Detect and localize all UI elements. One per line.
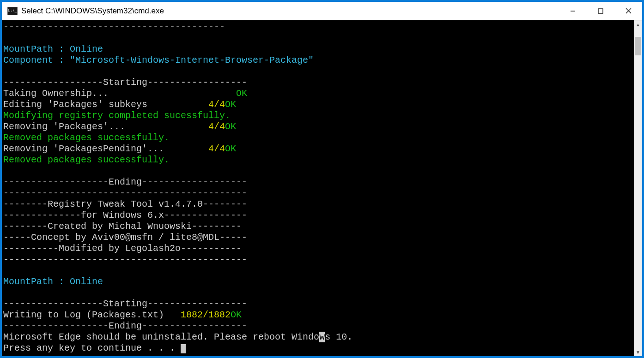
terminal-line [3, 66, 634, 77]
terminal-line: Taking Ownership... OK [3, 88, 634, 99]
terminal-line: Writing to Log (Packages.txt) 1882/1882O… [3, 310, 634, 321]
terminal-line [3, 33, 634, 44]
scroll-down-button[interactable]: ▼ [634, 348, 642, 356]
text-cursor [181, 344, 186, 353]
terminal-line: -----Concept by Aviv00@msfn / lite8@MDL-… [3, 232, 634, 243]
scroll-up-button[interactable]: ▲ [634, 20, 642, 29]
terminal-line: MountPath : Online [3, 276, 634, 287]
window-title: Select C:\WINDOWS\System32\cmd.exe [21, 6, 164, 16]
close-button[interactable] [614, 2, 642, 20]
terminal-line: MountPath : Online [3, 44, 634, 55]
terminal-line: ------------------Starting--------------… [3, 77, 634, 88]
terminal-line: Press any key to continue . . . [3, 343, 634, 354]
scroll-thumb[interactable] [635, 37, 641, 55]
terminal-line: ----------------------------------------… [3, 188, 634, 199]
terminal-line: --------Registry Tweak Tool v1.4.7.0----… [3, 199, 634, 210]
vertical-scrollbar[interactable]: ▲ ▼ [634, 20, 642, 356]
terminal-line: ------------------Starting--------------… [3, 298, 634, 310]
titlebar[interactable]: C:\_ Select C:\WINDOWS\System32\cmd.exe [2, 2, 642, 20]
terminal-line [3, 287, 634, 298]
terminal-line: Removing 'PackagesPending'... 4/4OK [3, 143, 634, 155]
terminal-line: Microsoft Edge should be uninstalled. Pl… [3, 332, 634, 343]
terminal-line: -------------------Ending---------------… [3, 177, 634, 188]
terminal-line: --------------for Windows 6.x-----------… [3, 210, 634, 221]
cmd-window: C:\_ Select C:\WINDOWS\System32\cmd.exe … [2, 2, 642, 356]
terminal-line: Modifying registry completed sucessfully… [3, 110, 634, 121]
maximize-button[interactable] [587, 2, 614, 20]
terminal-line: Component : "Microsoft-Windows-Internet-… [3, 55, 634, 66]
terminal-line: -------------------Ending---------------… [3, 321, 634, 332]
terminal-line: Editing 'Packages' subkeys 4/4OK [3, 99, 634, 110]
terminal-line: Removed packages successfully. [3, 132, 634, 143]
terminal-line: ---------------------------------------- [3, 22, 634, 33]
minimize-button[interactable] [559, 2, 587, 20]
terminal-line: ----------------------------------------… [3, 254, 634, 265]
terminal-line: Removing 'Packages'... 4/4OK [3, 121, 634, 132]
svg-rect-1 [598, 9, 603, 13]
cmd-icon: C:\_ [7, 7, 18, 15]
terminal-line: Removed packages successfully. [3, 155, 634, 166]
terminal-line: --------Created by Michal Wnuowski------… [3, 221, 634, 232]
terminal-line: ----------Modified by Legolash2o--------… [3, 243, 634, 254]
scroll-track[interactable] [634, 29, 642, 348]
terminal-line [3, 265, 634, 276]
terminal-line [3, 166, 634, 177]
terminal-output[interactable]: ----------------------------------------… [2, 20, 634, 356]
